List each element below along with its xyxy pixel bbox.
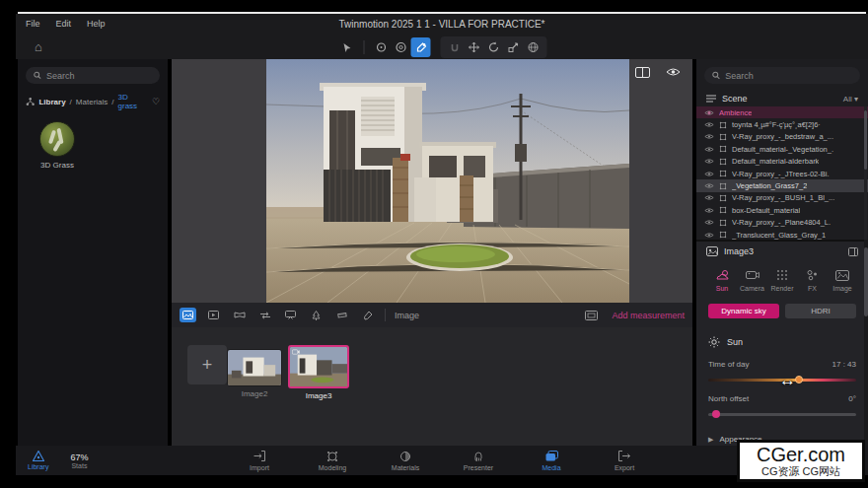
- hdri-button[interactable]: HDRI: [785, 304, 856, 318]
- frame-icon[interactable]: [585, 311, 598, 320]
- tab-camera[interactable]: Camera: [739, 267, 766, 292]
- library-search[interactable]: [26, 67, 160, 84]
- breadcrumb-library[interactable]: Library: [38, 98, 65, 106]
- dock-item-export[interactable]: Export: [603, 451, 646, 471]
- scene-row[interactable]: V-Ray_proxy_-_BUSH_1_Bl_...: [696, 192, 868, 204]
- scene-row[interactable]: Ambience: [696, 106, 868, 118]
- panel-scrollbar[interactable]: [864, 240, 868, 446]
- vegetation-paint-icon[interactable]: [308, 308, 325, 322]
- sun-section-title: Sun: [727, 337, 743, 347]
- breadcrumb-materials[interactable]: Materials: [76, 98, 108, 106]
- properties-tabs: SunCameraRenderFXImage: [696, 261, 868, 296]
- image-tool-icon[interactable]: [180, 308, 196, 322]
- scene-row[interactable]: Default_material-_Vegetation_.: [696, 143, 868, 155]
- properties-panel: Image3 SunCameraRenderFXImage Dynamic sk…: [696, 240, 868, 446]
- scene-row[interactable]: V-Ray_proxy_-_bedstraw_a_...: [696, 131, 868, 143]
- time-slider-handle[interactable]: [795, 376, 803, 383]
- measurement-tool-icon[interactable]: [333, 308, 350, 322]
- tab-fx[interactable]: FX: [799, 267, 827, 292]
- scene-row-label: V-Ray_proxy_-_BUSH_1_Bl_...: [732, 193, 834, 202]
- sky-mode-buttons: Dynamic skyHDRI: [696, 296, 868, 322]
- dock-item-modeling[interactable]: Modeling: [311, 451, 354, 471]
- visibility-eye-icon[interactable]: [704, 171, 714, 177]
- scene-row[interactable]: Default_material-alderbark: [696, 156, 868, 168]
- sun-cloud-icon: [708, 267, 736, 283]
- scene-filter-dropdown[interactable]: All ▾: [843, 95, 858, 104]
- presenter-icon: [457, 451, 500, 463]
- visibility-eye-icon[interactable]: [704, 219, 714, 226]
- visibility-eye-icon[interactable]: [704, 182, 714, 189]
- visibility-eye-icon[interactable]: [704, 207, 714, 214]
- dock-item-import[interactable]: Import: [238, 451, 281, 471]
- dock-item-materials[interactable]: Materials: [384, 451, 427, 471]
- scene-row-label: toynta 4¸µ#°F-ç'µç°¸a€[2]6·: [732, 120, 821, 129]
- visibility-eye-icon[interactable]: [704, 232, 714, 239]
- library-item-3d-grass[interactable]: 3D Grass: [32, 121, 83, 170]
- magnet-icon[interactable]: [445, 37, 465, 57]
- move-icon[interactable]: [465, 37, 484, 57]
- paint-brush-icon[interactable]: [411, 37, 431, 57]
- tab-render[interactable]: Render: [768, 267, 796, 292]
- scale-icon[interactable]: [504, 37, 524, 57]
- object-mesh-icon: [719, 194, 727, 202]
- phasing-tool-icon[interactable]: [256, 308, 273, 322]
- visibility-eye-icon[interactable]: [704, 121, 714, 128]
- visibility-eye-icon[interactable]: [704, 133, 714, 140]
- library-icon: [28, 451, 48, 463]
- dock-library-button[interactable]: Library: [28, 451, 48, 470]
- viewport[interactable]: [172, 59, 692, 303]
- dock-item-presenter[interactable]: Presenter: [457, 451, 500, 471]
- add-measurement-button[interactable]: Add measurement: [612, 311, 685, 320]
- north-slider-handle[interactable]: [712, 410, 720, 418]
- split-view-icon[interactable]: [635, 67, 650, 78]
- tab-sun[interactable]: Sun: [708, 267, 736, 292]
- scene-row-label: _Vegetation_Grass7_2: [732, 181, 807, 190]
- list-menu-icon[interactable]: [706, 95, 716, 103]
- circle-eye-icon[interactable]: [392, 37, 411, 57]
- time-of-day-slider[interactable]: [708, 375, 856, 384]
- dock-stats[interactable]: 67% Stats: [70, 453, 88, 469]
- visibility-eye-icon[interactable]: [704, 194, 714, 201]
- scene-row[interactable]: _Vegetation_Grass7_2: [696, 179, 868, 191]
- visibility-eye-icon[interactable]: [704, 146, 714, 153]
- object-mesh-icon: [719, 121, 727, 129]
- scene-scrollbar[interactable]: [864, 106, 867, 241]
- hierarchy-icon[interactable]: [26, 97, 35, 106]
- fx-circles-icon: [799, 267, 827, 283]
- circle-dot-icon[interactable]: [372, 37, 392, 57]
- home-icon[interactable]: ⌂: [30, 37, 47, 55]
- globe-icon[interactable]: [524, 37, 543, 57]
- tab-image[interactable]: Image: [829, 267, 856, 292]
- eye-icon[interactable]: [666, 67, 681, 77]
- north-offset-slider[interactable]: [708, 409, 856, 419]
- search-input[interactable]: [725, 71, 852, 81]
- media-thumbnail-image3[interactable]: Image3: [288, 337, 349, 400]
- object-mesh-icon: [719, 231, 727, 239]
- scene-row[interactable]: toynta 4¸µ#°F-ç'µç°¸a€[2]6·: [696, 118, 868, 130]
- scene-row[interactable]: V-Ray_proxy_-_JTrees-02-Bi.: [696, 168, 868, 179]
- rotate-icon[interactable]: [484, 37, 504, 57]
- library-dock-label: Library: [28, 463, 48, 470]
- visibility-eye-icon[interactable]: [704, 158, 714, 165]
- dynamic-sky-button[interactable]: Dynamic sky: [708, 304, 779, 318]
- add-media-button[interactable]: +: [187, 345, 227, 384]
- breadcrumb-3d-grass[interactable]: 3D grass: [118, 93, 148, 110]
- dock-item-media[interactable]: Media: [530, 451, 573, 471]
- scene-row[interactable]: V-Ray_proxy_-_Plane4804_L.: [696, 217, 868, 229]
- cursor-select-icon[interactable]: [337, 37, 357, 57]
- object-mesh-icon: [719, 219, 727, 227]
- media-thumbnail-image2[interactable]: Image2: [227, 337, 282, 398]
- visibility-eye-icon[interactable]: [704, 109, 714, 116]
- scene-search[interactable]: [704, 67, 860, 84]
- presentation-tool-icon[interactable]: [282, 308, 299, 322]
- search-input[interactable]: [46, 71, 152, 81]
- library-panel: Library / Materials / 3D grass ♡ 3D Gras…: [18, 59, 168, 446]
- panorama-tool-icon[interactable]: [231, 308, 248, 322]
- watermark-tagline: CG资源 CG网站: [742, 465, 860, 477]
- video-tool-icon[interactable]: [205, 308, 222, 322]
- window-title: Twinmotion 2025 1 1 - VILLA FOR PRACTICE…: [16, 19, 868, 30]
- favorite-heart-icon[interactable]: ♡: [152, 97, 160, 106]
- expand-panel-icon[interactable]: [848, 247, 858, 256]
- decal-paint-icon[interactable]: [359, 308, 376, 322]
- scene-row[interactable]: box-Default_material: [696, 204, 868, 216]
